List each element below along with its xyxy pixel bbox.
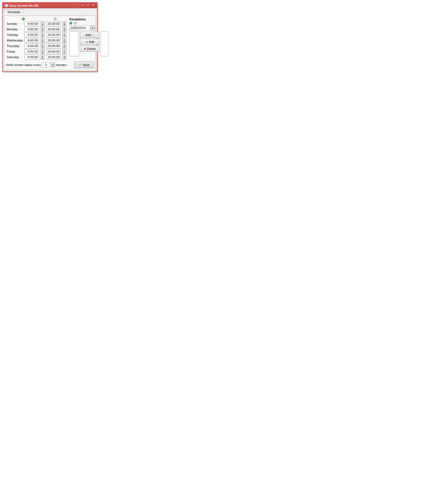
- exceptions-led-off: [74, 22, 77, 25]
- exceptions-area: Add ➜ ◄ Add ✕ Delete: [69, 31, 108, 56]
- exceptions-led-on: [69, 22, 72, 25]
- arrow-right-icon: ➜: [92, 33, 94, 36]
- on-time-input[interactable]: [25, 49, 39, 54]
- on-spinner[interactable]: ▲ ▼: [40, 38, 45, 43]
- on-time-input[interactable]: [25, 21, 39, 26]
- delete-x-icon: ✕: [84, 47, 86, 51]
- off-spinner[interactable]: ▲ ▼: [62, 21, 67, 26]
- off-time-cell: [45, 38, 62, 43]
- title-controls: ─ □ ✕: [81, 4, 95, 8]
- main-panel: Sunday ▲ ▼ ▲ ▼ Monday ▲ ▼: [4, 16, 96, 70]
- add-left-label: Add: [89, 40, 94, 43]
- minimize-button[interactable]: ─: [81, 4, 85, 8]
- on-time-cell: [24, 26, 40, 32]
- off-spinner[interactable]: ▲ ▼: [62, 49, 67, 54]
- table-row: Thursday ▲ ▼ ▲ ▼: [6, 43, 67, 49]
- tab-schedule[interactable]: Schedule: [4, 9, 24, 14]
- save-checkmark-icon: ✓: [79, 63, 81, 67]
- title-bar-left: Easy Screen On-Off: [4, 4, 38, 8]
- exceptions-list[interactable]: [69, 31, 79, 56]
- off-time-cell: [45, 54, 62, 60]
- svg-rect-1: [5, 4, 8, 6]
- on-time-cell: [24, 21, 40, 26]
- off-time-input[interactable]: [46, 32, 61, 37]
- table-row: Friday ▲ ▼ ▲ ▼: [6, 49, 67, 54]
- on-spinner[interactable]: ▲ ▼: [40, 49, 45, 54]
- on-spinner[interactable]: ▲ ▼: [40, 26, 45, 32]
- delete-button[interactable]: ✕ Delete: [80, 46, 99, 52]
- led-on-indicator: [22, 18, 25, 20]
- date-dropdown-button[interactable]: ▼: [91, 25, 95, 30]
- schedule-section: Sunday ▲ ▼ ▲ ▼ Monday ▲ ▼: [6, 18, 94, 60]
- close-button[interactable]: ✕: [91, 4, 95, 8]
- off-spinner[interactable]: ▲ ▼: [62, 54, 67, 60]
- on-spinner[interactable]: ▲ ▼: [40, 21, 45, 26]
- title-bar: Easy Screen On-Off ─ □ ✕: [3, 3, 97, 8]
- verify-spinner[interactable]: ▲ ▼: [51, 62, 55, 67]
- window-content: Schedule Sunda: [3, 8, 97, 71]
- table-row: Sunday ▲ ▼ ▲ ▼: [6, 21, 67, 26]
- off-spinner[interactable]: ▲ ▼: [62, 32, 67, 38]
- day-label: Saturday: [6, 54, 24, 60]
- add-left-button[interactable]: ◄ Add: [80, 39, 99, 45]
- desktop: Easy Screen On-Off ─ □ ✕ Schedule: [0, 0, 448, 489]
- verify-input[interactable]: [42, 62, 50, 67]
- maximize-button[interactable]: □: [86, 4, 90, 8]
- on-time-input[interactable]: [25, 32, 39, 37]
- verify-row: Verify screen status every ▲ ▼ minutes: [6, 62, 66, 67]
- off-time-input[interactable]: [46, 43, 61, 48]
- exceptions-buttons: Add ➜ ◄ Add ✕ Delete: [80, 31, 99, 56]
- days-table: Sunday ▲ ▼ ▲ ▼ Monday ▲ ▼: [6, 21, 67, 60]
- day-label: Friday: [6, 49, 24, 54]
- on-time-cell: [24, 54, 40, 60]
- delete-label: Delete: [87, 47, 96, 50]
- table-row: Monday ▲ ▼ ▲ ▼: [6, 26, 67, 32]
- off-time-cell: [45, 49, 62, 54]
- on-time-cell: [24, 32, 40, 38]
- on-time-input[interactable]: [25, 38, 39, 43]
- off-time-input[interactable]: [46, 27, 61, 32]
- off-time-cell: [45, 32, 62, 38]
- off-time-cell: [45, 43, 62, 49]
- table-row: Tuesday ▲ ▼ ▲ ▼: [6, 32, 67, 38]
- date-picker-row: ▼: [69, 25, 108, 30]
- verify-prefix-label: Verify screen status every: [6, 63, 41, 67]
- arrow-left-icon: ◄: [85, 40, 88, 43]
- verify-suffix-label: minutes: [56, 63, 67, 67]
- add-right-button[interactable]: Add ➜: [80, 32, 99, 38]
- table-row: Saturday ▲ ▼ ▲ ▼: [6, 54, 67, 60]
- off-spinner[interactable]: ▲ ▼: [62, 26, 67, 32]
- save-button[interactable]: ✓ Save: [74, 62, 94, 68]
- table-row: Wednesday ▲ ▼ ▲ ▼: [6, 38, 67, 43]
- on-spinner[interactable]: ▲ ▼: [40, 54, 45, 60]
- off-time-input[interactable]: [46, 21, 61, 26]
- off-time-input[interactable]: [46, 55, 61, 60]
- on-spinner[interactable]: ▲ ▼: [40, 43, 45, 49]
- day-label: Sunday: [6, 21, 24, 26]
- off-time-input[interactable]: [46, 49, 61, 54]
- add-right-label: Add: [86, 33, 91, 36]
- svg-point-2: [6, 6, 7, 7]
- on-time-input[interactable]: [25, 43, 39, 48]
- on-time-cell: [24, 43, 40, 49]
- date-input[interactable]: [69, 25, 90, 30]
- day-label: Wednesday: [6, 38, 24, 43]
- off-time-input[interactable]: [46, 38, 61, 43]
- day-label: Tuesday: [6, 32, 24, 38]
- schedule-left: Sunday ▲ ▼ ▲ ▼ Monday ▲ ▼: [6, 18, 67, 60]
- exceptions-result-list[interactable]: [101, 31, 108, 56]
- on-time-cell: [24, 38, 40, 43]
- off-spinner[interactable]: ▲ ▼: [62, 43, 67, 49]
- off-spinner[interactable]: ▲ ▼: [62, 38, 67, 43]
- on-spinner[interactable]: ▲ ▼: [40, 32, 45, 38]
- on-time-input[interactable]: [25, 27, 39, 32]
- bottom-bar: Verify screen status every ▲ ▼ minutes ✓…: [6, 62, 94, 68]
- exceptions-label: Exceptions: [69, 18, 108, 21]
- day-label: Monday: [6, 26, 24, 32]
- window-title: Easy Screen On-Off: [9, 4, 38, 7]
- app-icon: [4, 4, 8, 8]
- on-time-input[interactable]: [25, 55, 39, 60]
- on-time-cell: [24, 49, 40, 54]
- tab-bar: Schedule: [4, 9, 96, 14]
- main-window: Easy Screen On-Off ─ □ ✕ Schedule: [2, 2, 98, 72]
